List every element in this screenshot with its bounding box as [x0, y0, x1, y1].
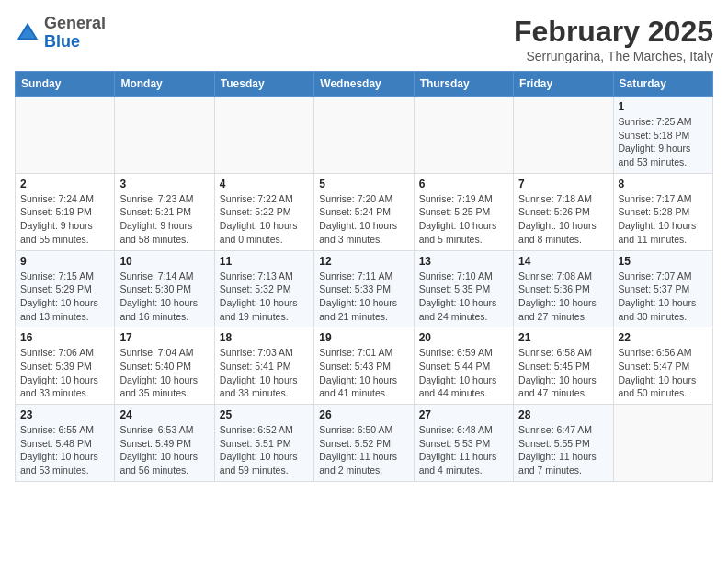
calendar-cell: 28Sunrise: 6:47 AM Sunset: 5:55 PM Dayli… — [514, 405, 613, 482]
weekday-header: Sunday — [16, 72, 115, 97]
day-detail: Sunrise: 6:48 AM Sunset: 5:53 PM Dayligh… — [419, 423, 508, 477]
day-detail: Sunrise: 7:04 AM Sunset: 5:40 PM Dayligh… — [119, 346, 209, 400]
calendar-cell: 21Sunrise: 6:58 AM Sunset: 5:45 PM Dayli… — [514, 327, 613, 405]
calendar-cell: 15Sunrise: 7:07 AM Sunset: 5:37 PM Dayli… — [613, 250, 712, 327]
day-number: 25 — [220, 408, 309, 421]
weekday-header: Wednesday — [314, 72, 414, 97]
day-number: 26 — [319, 408, 408, 421]
day-detail: Sunrise: 7:17 AM Sunset: 5:28 PM Dayligh… — [619, 192, 708, 247]
calendar-cell: 8Sunrise: 7:17 AM Sunset: 5:28 PM Daylig… — [613, 173, 712, 250]
day-number: 6 — [419, 178, 508, 190]
day-number: 12 — [319, 255, 408, 268]
weekday-header: Thursday — [414, 72, 513, 97]
month-title: February 2025 — [514, 15, 713, 49]
day-detail: Sunrise: 7:03 AM Sunset: 5:41 PM Dayligh… — [220, 346, 309, 400]
calendar-week-row: 1Sunrise: 7:25 AM Sunset: 5:18 PM Daylig… — [16, 97, 713, 174]
calendar-header: SundayMondayTuesdayWednesdayThursdayFrid… — [16, 72, 713, 97]
day-detail: Sunrise: 6:50 AM Sunset: 5:52 PM Dayligh… — [319, 423, 408, 477]
day-detail: Sunrise: 7:22 AM Sunset: 5:22 PM Dayligh… — [220, 192, 309, 247]
day-detail: Sunrise: 7:11 AM Sunset: 5:33 PM Dayligh… — [319, 270, 408, 324]
day-number: 19 — [319, 331, 408, 344]
calendar-cell — [314, 97, 414, 174]
day-detail: Sunrise: 7:23 AM Sunset: 5:21 PM Dayligh… — [119, 192, 209, 247]
day-detail: Sunrise: 7:10 AM Sunset: 5:35 PM Dayligh… — [419, 270, 508, 324]
calendar-cell — [613, 405, 712, 482]
calendar-cell: 25Sunrise: 6:52 AM Sunset: 5:51 PM Dayli… — [214, 405, 313, 482]
day-detail: Sunrise: 7:06 AM Sunset: 5:39 PM Dayligh… — [20, 346, 109, 400]
logo-blue-text: Blue — [44, 32, 80, 51]
calendar-cell: 11Sunrise: 7:13 AM Sunset: 5:32 PM Dayli… — [214, 250, 313, 327]
day-number: 1 — [619, 100, 708, 113]
day-number: 10 — [119, 255, 209, 268]
calendar-cell: 18Sunrise: 7:03 AM Sunset: 5:41 PM Dayli… — [214, 327, 313, 405]
day-detail: Sunrise: 7:19 AM Sunset: 5:25 PM Dayligh… — [419, 192, 508, 247]
day-detail: Sunrise: 6:55 AM Sunset: 5:48 PM Dayligh… — [20, 423, 109, 477]
calendar-week-row: 16Sunrise: 7:06 AM Sunset: 5:39 PM Dayli… — [16, 327, 713, 405]
day-detail: Sunrise: 7:15 AM Sunset: 5:29 PM Dayligh… — [20, 270, 109, 324]
day-number: 23 — [20, 408, 109, 421]
calendar-cell: 20Sunrise: 6:59 AM Sunset: 5:44 PM Dayli… — [414, 327, 513, 405]
day-detail: Sunrise: 7:18 AM Sunset: 5:26 PM Dayligh… — [518, 192, 608, 247]
logo-general-text: General — [44, 14, 106, 32]
calendar-cell: 10Sunrise: 7:14 AM Sunset: 5:30 PM Dayli… — [115, 250, 214, 327]
calendar-cell: 23Sunrise: 6:55 AM Sunset: 5:48 PM Dayli… — [16, 405, 115, 482]
day-number: 16 — [20, 331, 109, 344]
calendar-cell — [414, 97, 513, 174]
calendar-cell: 22Sunrise: 6:56 AM Sunset: 5:47 PM Dayli… — [613, 327, 712, 405]
calendar-cell: 1Sunrise: 7:25 AM Sunset: 5:18 PM Daylig… — [613, 97, 712, 174]
day-number: 15 — [619, 255, 708, 268]
title-block: February 2025 Serrungarina, The Marches,… — [514, 15, 713, 63]
calendar-cell: 24Sunrise: 6:53 AM Sunset: 5:49 PM Dayli… — [115, 405, 214, 482]
day-detail: Sunrise: 7:25 AM Sunset: 5:18 PM Dayligh… — [619, 115, 708, 169]
calendar-cell: 16Sunrise: 7:06 AM Sunset: 5:39 PM Dayli… — [16, 327, 115, 405]
calendar-cell — [514, 97, 613, 174]
calendar-cell: 9Sunrise: 7:15 AM Sunset: 5:29 PM Daylig… — [16, 250, 115, 327]
day-number: 22 — [619, 331, 708, 344]
weekday-header: Friday — [514, 72, 613, 97]
day-number: 17 — [119, 331, 209, 344]
day-detail: Sunrise: 7:24 AM Sunset: 5:19 PM Dayligh… — [20, 192, 109, 247]
weekday-header: Saturday — [613, 72, 712, 97]
day-number: 24 — [119, 408, 209, 421]
day-number: 13 — [419, 255, 508, 268]
day-number: 20 — [419, 331, 508, 344]
weekday-header: Monday — [115, 72, 214, 97]
day-number: 11 — [220, 255, 309, 268]
day-detail: Sunrise: 6:47 AM Sunset: 5:55 PM Dayligh… — [518, 423, 608, 477]
day-detail: Sunrise: 7:08 AM Sunset: 5:36 PM Dayligh… — [518, 270, 608, 324]
calendar-week-row: 2Sunrise: 7:24 AM Sunset: 5:19 PM Daylig… — [16, 173, 713, 250]
day-number: 5 — [319, 178, 408, 190]
calendar-cell — [115, 97, 214, 174]
calendar-body: 1Sunrise: 7:25 AM Sunset: 5:18 PM Daylig… — [16, 97, 713, 482]
calendar-cell — [16, 97, 115, 174]
day-number: 21 — [518, 331, 608, 344]
day-detail: Sunrise: 7:14 AM Sunset: 5:30 PM Dayligh… — [119, 270, 209, 324]
day-number: 2 — [20, 178, 109, 190]
location-text: Serrungarina, The Marches, Italy — [514, 49, 713, 63]
day-number: 18 — [220, 331, 309, 344]
weekday-row: SundayMondayTuesdayWednesdayThursdayFrid… — [16, 72, 713, 97]
day-detail: Sunrise: 6:56 AM Sunset: 5:47 PM Dayligh… — [619, 346, 708, 400]
day-number: 8 — [619, 178, 708, 190]
day-detail: Sunrise: 6:53 AM Sunset: 5:49 PM Dayligh… — [119, 423, 209, 477]
day-number: 4 — [220, 178, 309, 190]
day-number: 9 — [20, 255, 109, 268]
day-number: 14 — [518, 255, 608, 268]
day-number: 7 — [518, 178, 608, 190]
calendar-cell: 17Sunrise: 7:04 AM Sunset: 5:40 PM Dayli… — [115, 327, 214, 405]
day-detail: Sunrise: 7:20 AM Sunset: 5:24 PM Dayligh… — [319, 192, 408, 247]
weekday-header: Tuesday — [214, 72, 313, 97]
calendar-week-row: 9Sunrise: 7:15 AM Sunset: 5:29 PM Daylig… — [16, 250, 713, 327]
logo-icon — [15, 20, 40, 46]
calendar-cell: 14Sunrise: 7:08 AM Sunset: 5:36 PM Dayli… — [514, 250, 613, 327]
calendar-cell: 3Sunrise: 7:23 AM Sunset: 5:21 PM Daylig… — [115, 173, 214, 250]
calendar-cell: 19Sunrise: 7:01 AM Sunset: 5:43 PM Dayli… — [314, 327, 414, 405]
calendar-cell — [214, 97, 313, 174]
calendar-cell: 6Sunrise: 7:19 AM Sunset: 5:25 PM Daylig… — [414, 173, 513, 250]
day-number: 27 — [419, 408, 508, 421]
calendar-table: SundayMondayTuesdayWednesdayThursdayFrid… — [15, 71, 713, 482]
day-detail: Sunrise: 7:01 AM Sunset: 5:43 PM Dayligh… — [319, 346, 408, 400]
page-header: General Blue February 2025 Serrungarina,… — [15, 15, 713, 63]
day-detail: Sunrise: 6:52 AM Sunset: 5:51 PM Dayligh… — [220, 423, 309, 477]
calendar-cell: 5Sunrise: 7:20 AM Sunset: 5:24 PM Daylig… — [314, 173, 414, 250]
